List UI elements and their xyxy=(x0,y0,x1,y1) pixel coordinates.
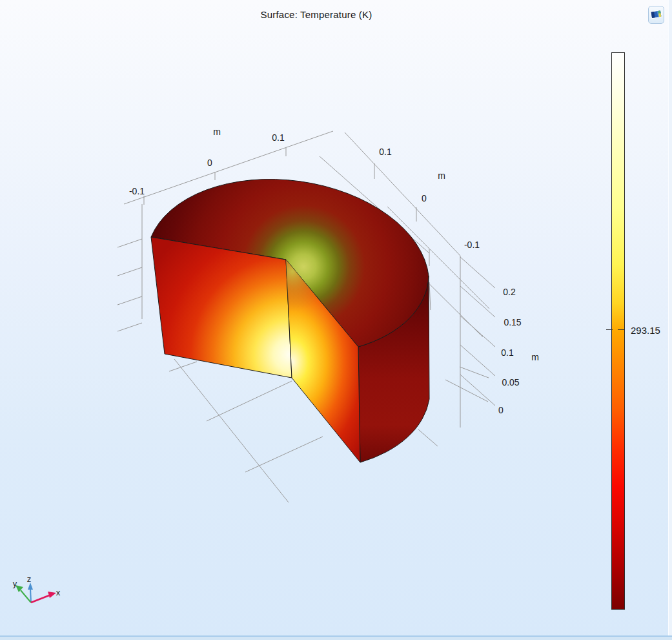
x-axis-arrow xyxy=(31,592,56,603)
cut-face-left xyxy=(151,237,292,378)
z-axis-tick xyxy=(117,296,142,305)
z-axis-tick xyxy=(460,345,495,376)
x-axis-tick-label: -0.1 xyxy=(129,186,145,196)
colorbar-tick xyxy=(618,329,624,330)
colorbar-gradient xyxy=(611,52,625,610)
temperature-surface-solid xyxy=(151,180,429,462)
z-axis-tick-label: 0 xyxy=(498,405,504,415)
floor-grid-line xyxy=(207,381,292,421)
y-axis-tick-label: -0.1 xyxy=(464,240,480,250)
triad-z-label: z xyxy=(27,574,32,584)
colorbar-tick-label: 293.15 xyxy=(631,325,660,336)
y-axis-unit-label: m xyxy=(438,170,445,181)
x-axis-tick-label: 0.1 xyxy=(272,132,285,143)
plot-3d-viewport[interactable]: -0.1 0 0.1 m 0.1 0 -0.1 m 0.2 0.15 0.1 0… xyxy=(0,0,672,640)
x-axis-unit-label: m xyxy=(213,127,221,137)
x-axis-tick-label: 0 xyxy=(207,158,212,168)
y-axis-tick-label: 0 xyxy=(422,193,427,203)
z-axis-tick-label: 0.2 xyxy=(503,287,516,297)
graphics-window: Surface: Temperature (K) xyxy=(0,0,672,640)
floor-grid-line xyxy=(460,367,489,378)
y-axis-tick-label: 0.1 xyxy=(379,147,392,157)
triad-x-label: x xyxy=(56,588,61,597)
wall-grid-line xyxy=(429,282,431,310)
orientation-triad: y z x xyxy=(5,572,76,620)
triad-y-label: y xyxy=(13,579,17,588)
z-axis-unit-label: m xyxy=(531,352,539,362)
z-axis-tick-label: 0.15 xyxy=(504,317,521,327)
floor-grid-line xyxy=(245,437,323,472)
z-axis-tick xyxy=(117,239,142,247)
z-axis-tick-label: 0.1 xyxy=(501,347,514,358)
floor-grid-line xyxy=(445,380,488,402)
z-axis-tick xyxy=(460,257,495,288)
window-bottom-edge xyxy=(0,635,672,640)
z-axis-tick xyxy=(117,267,142,276)
z-axis-tick xyxy=(117,323,142,331)
window-right-edge xyxy=(668,0,672,637)
z-axis-tick xyxy=(460,286,495,317)
floor-grid-line xyxy=(418,429,438,446)
colorbar-tick xyxy=(606,329,613,330)
floor-grid-line xyxy=(174,359,289,502)
z-axis-tick xyxy=(460,316,495,347)
z-axis-tick-label: 0.05 xyxy=(502,377,519,387)
